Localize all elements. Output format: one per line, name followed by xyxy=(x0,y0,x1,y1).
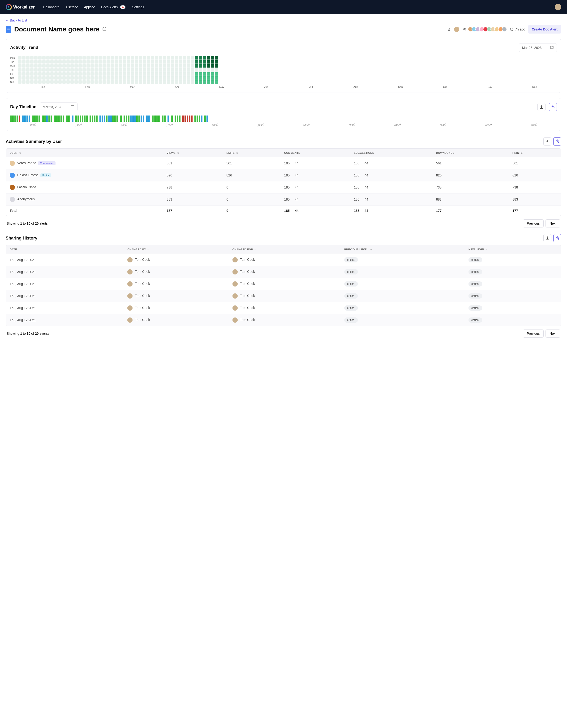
user-avatar xyxy=(127,293,133,299)
col-header[interactable]: CHANGED BY xyxy=(124,245,228,254)
user-name: Halász Emese xyxy=(17,173,39,177)
col-header[interactable]: NEW LEVEL xyxy=(465,245,561,254)
svg-point-1 xyxy=(463,29,464,29)
table-row: Thu, Aug 12 2021Tom CookTom Cookcritical… xyxy=(6,290,561,302)
owner-info xyxy=(447,27,459,32)
next-button[interactable]: Next xyxy=(546,330,560,338)
table-row: Thu, Aug 12 2021Tom CookTom Cookcritical… xyxy=(6,254,561,266)
nav-label: Dashboard xyxy=(43,5,60,9)
date-cell: Thu, Aug 12 2021 xyxy=(6,290,124,302)
next-button[interactable]: Next xyxy=(546,219,560,227)
changed-for: Tom Cook xyxy=(240,282,255,286)
back-to-list-link[interactable]: ← Back to List xyxy=(6,18,27,22)
nav-users[interactable]: Users xyxy=(66,5,77,9)
changed-by: Tom Cook xyxy=(135,318,150,322)
download-sharing-button[interactable] xyxy=(543,234,551,242)
timeline-chart xyxy=(10,116,557,122)
prev-level-badge: critical xyxy=(344,305,358,311)
svg-point-2 xyxy=(465,28,465,28)
new-level-badge: critical xyxy=(468,305,482,311)
create-doc-alert-button[interactable]: Create Doc Alert xyxy=(528,25,561,34)
summary-pagination: Showing 1 to 10 of 20 alerts Previous Ne… xyxy=(6,219,561,227)
nav-settings[interactable]: Settings xyxy=(132,5,144,9)
timeline-date-picker[interactable]: Mar 23, 2023 xyxy=(40,103,77,111)
changed-by: Tom Cook xyxy=(135,282,150,286)
activity-trend-card: Activity Trend Mar 23, 2023 MonTueWedThu… xyxy=(6,39,561,93)
open-external-icon[interactable] xyxy=(102,27,107,32)
user-avatar[interactable] xyxy=(555,4,561,10)
download-summary-button[interactable] xyxy=(543,137,551,146)
prev-level-badge: critical xyxy=(344,317,358,323)
activity-heatmap xyxy=(18,56,557,84)
new-level-badge: critical xyxy=(468,281,482,287)
table-row: Thu, Aug 12 2021Tom CookTom Cookcritical… xyxy=(6,302,561,314)
role-badge: Commenter xyxy=(38,161,55,165)
user-avatar xyxy=(10,185,15,190)
download-timeline-button[interactable] xyxy=(537,103,546,111)
shared-icon xyxy=(462,27,466,32)
ai-summary-button[interactable] xyxy=(549,103,557,111)
owner-icon xyxy=(447,27,451,32)
user-avatar xyxy=(232,305,238,311)
previous-button[interactable]: Previous xyxy=(523,219,544,227)
previous-button[interactable]: Previous xyxy=(523,330,544,338)
new-level-badge: critical xyxy=(468,269,482,274)
logo[interactable]: Workalizer xyxy=(6,4,35,10)
user-avatar xyxy=(127,257,133,262)
col-header[interactable]: PRINTS xyxy=(509,149,561,157)
changed-for: Tom Cook xyxy=(240,306,255,310)
changed-by: Tom Cook xyxy=(135,270,150,274)
col-header[interactable]: DATE xyxy=(6,245,124,254)
ai-summary-button[interactable] xyxy=(553,137,561,146)
table-row: Thu, Aug 12 2021Tom CookTom Cookcritical… xyxy=(6,278,561,290)
user-avatar xyxy=(127,305,133,311)
user-avatar xyxy=(232,281,238,287)
nav-apps[interactable]: Apps xyxy=(84,5,95,9)
ai-summary-button[interactable] xyxy=(553,234,561,242)
alerts-badge: 4 xyxy=(120,5,126,9)
col-header[interactable]: USER xyxy=(6,149,163,157)
activity-date-picker[interactable]: Mar 23, 2023 xyxy=(519,43,557,52)
table-row: László Cintia73801854418544738738 xyxy=(6,181,561,193)
nav-label: Users xyxy=(66,5,75,9)
user-avatar xyxy=(10,161,15,166)
time-ago: 7h ago xyxy=(510,27,525,31)
google-doc-icon xyxy=(6,26,11,33)
col-header[interactable]: VIEWS xyxy=(163,149,223,157)
timeline-hour-labels: 12:0014:0016:0018:0020:0022:0000:0002:00… xyxy=(10,124,557,126)
table-row: Thu, Aug 12 2021Tom CookTom Cookcritical… xyxy=(6,266,561,278)
calendar-icon xyxy=(550,45,554,50)
col-header[interactable]: DOWNLOADS xyxy=(432,149,509,157)
nav-dashboard[interactable]: Dashboard xyxy=(43,5,60,9)
table-row: Thu, Aug 12 2021Tom CookTom Cookcritical… xyxy=(6,314,561,326)
col-header[interactable]: EDITS xyxy=(223,149,280,157)
user-avatar xyxy=(10,173,15,178)
document-title: Document Name goes here xyxy=(14,26,99,33)
heatmap-day-labels: MonTueWedThuFriSatSun xyxy=(10,56,15,84)
nav-docs-alerts[interactable]: Docs Alerts4 xyxy=(101,5,126,9)
user-avatar xyxy=(232,257,238,262)
timeago-text: 7h ago xyxy=(515,27,525,31)
user-avatar xyxy=(232,293,238,299)
day-timeline-card: Day Timeline Mar 23, 2023 12:0014:0016:0… xyxy=(6,98,561,131)
back-label: Back to List xyxy=(10,18,27,22)
user-avatar xyxy=(127,317,133,323)
table-header: DATECHANGED BYCHANGED FORPREVIOUS LEVELN… xyxy=(6,245,561,254)
col-header[interactable]: SUGGESTIONS xyxy=(350,149,432,157)
sharing-pagination: Showing 1 to 10 of 20 events Previous Ne… xyxy=(6,330,561,338)
sharing-title: Sharing History xyxy=(6,236,37,241)
table-row: Halász EmeseEditor8268261854418544826826 xyxy=(6,169,561,181)
table-header: USERVIEWSEDITSCOMMENTSSUGGESTIONSDOWNLOA… xyxy=(6,149,561,157)
prev-level-badge: critical xyxy=(344,293,358,299)
changed-by: Tom Cook xyxy=(135,306,150,310)
date-value: Mar 23, 2023 xyxy=(522,46,542,50)
nav-links: Dashboard Users Apps Docs Alerts4 Settin… xyxy=(43,5,144,9)
col-header[interactable]: COMMENTS xyxy=(280,149,350,157)
col-header[interactable]: PREVIOUS LEVEL xyxy=(340,245,465,254)
logo-icon xyxy=(6,4,12,10)
activity-trend-title: Activity Trend xyxy=(10,45,38,50)
date-cell: Thu, Aug 12 2021 xyxy=(6,254,124,266)
col-header[interactable]: CHANGED FOR xyxy=(229,245,340,254)
new-level-badge: critical xyxy=(468,293,482,299)
arrow-left-icon: ← xyxy=(6,18,9,22)
